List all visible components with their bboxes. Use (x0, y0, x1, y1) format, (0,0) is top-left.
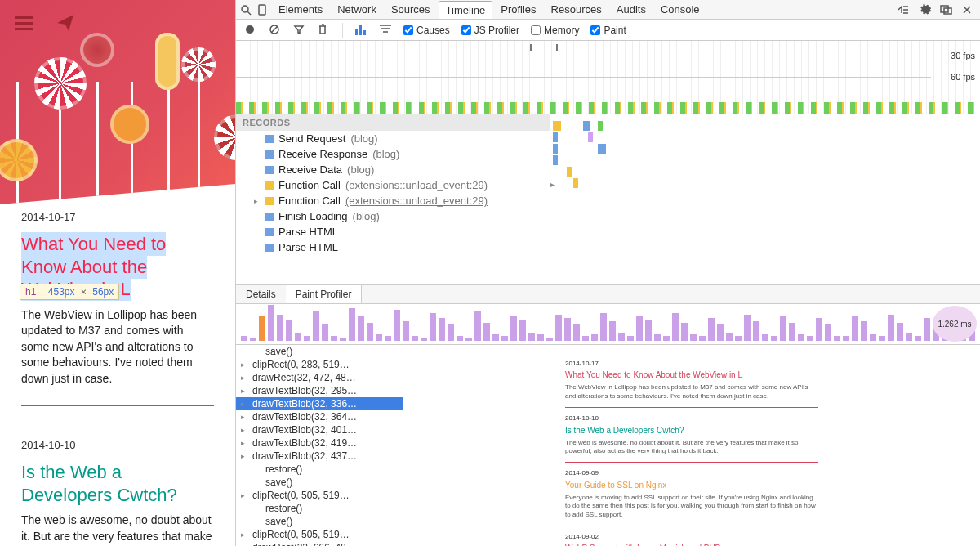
fps-60-label: 60 fps (951, 72, 975, 82)
svg-point-3 (242, 6, 248, 12)
paint-preview: 2014-10-17What You Need to Know About th… (403, 345, 980, 546)
tab-timeline[interactable]: Timeline (439, 1, 493, 19)
post-body: The WebView in Lollipop has been updated… (21, 307, 214, 387)
fps-30-label: 30 fps (951, 51, 975, 60)
tab-network[interactable]: Network (331, 1, 383, 19)
dock-icon[interactable] (939, 3, 952, 16)
svg-rect-18 (363, 30, 366, 35)
paper-plane-icon[interactable] (57, 15, 74, 34)
tab-paint-profiler[interactable]: Paint Profiler (286, 285, 363, 303)
timeline-record[interactable]: Send Request (blog) (236, 131, 550, 146)
devtools-panel: ElementsNetworkSourcesTimelineProfilesRe… (235, 0, 980, 546)
records-header: RECORDS (236, 114, 550, 131)
post-body: The web is awesome, no doubt about it. B… (21, 512, 214, 546)
devtools-tabs: ElementsNetworkSourcesTimelineProfilesRe… (272, 1, 706, 19)
view-flame-icon[interactable] (379, 24, 392, 37)
svg-line-15 (271, 26, 278, 33)
paint-command[interactable]: save() (236, 476, 403, 489)
paint-time-badge: 1.262 ms (933, 306, 977, 342)
post-date: 2014-10-10 (21, 439, 214, 451)
record-icon[interactable] (244, 24, 257, 37)
close-icon[interactable] (960, 3, 973, 16)
paint-command[interactable]: drawRect(32, 472, 48… (236, 371, 403, 384)
paint-command[interactable]: clipRect(0, 505, 519… (236, 528, 403, 541)
device-mode-icon[interactable] (256, 3, 269, 16)
paint-command[interactable]: drawTextBlob(32, 437… (236, 450, 403, 463)
paint-command[interactable]: restore() (236, 502, 403, 515)
post-2: 2014-10-10 Is the Web a Developers Cwtch… (0, 432, 235, 546)
timeline-overview[interactable]: 30 fps 60 fps (236, 41, 980, 114)
checkbox-memory[interactable]: Memory (531, 25, 579, 36)
drawer-icon[interactable] (897, 3, 910, 16)
paint-command[interactable]: drawTextBlob(32, 364… (236, 410, 403, 423)
tab-sources[interactable]: Sources (385, 1, 437, 19)
tab-resources[interactable]: Resources (545, 1, 608, 19)
paint-command[interactable]: drawTextBlob(32, 401… (236, 423, 403, 436)
post-date: 2014-10-17 (21, 211, 214, 223)
details-subtabs: Details Paint Profiler (236, 285, 980, 304)
timeline-record[interactable]: Function Call (extensions::unload_event:… (236, 177, 550, 193)
records-pane: RECORDS Send Request (blog)Receive Respo… (236, 114, 550, 284)
timeline-toolbar: CausesJS ProfilerMemoryPaint (236, 20, 980, 41)
tab-profiles[interactable]: Profiles (494, 1, 542, 19)
timeline-record[interactable]: Receive Response (blog) (236, 146, 550, 162)
timeline-record[interactable]: Parse HTML (236, 224, 550, 239)
view-bars-icon[interactable] (354, 24, 368, 37)
filter-icon[interactable] (293, 24, 306, 37)
post-title[interactable]: Is the Web a Developers Cwtch? (21, 461, 214, 506)
timeline-record[interactable]: Finish Loading (blog) (236, 208, 550, 224)
paint-command[interactable]: drawTextBlob(32, 336… (236, 397, 403, 410)
paint-command[interactable]: drawTextBlob(32, 419… (236, 436, 403, 450)
svg-rect-2 (15, 28, 33, 30)
post-1: 2014-10-17 What You Need to Know About t… (0, 204, 235, 432)
timeline-record[interactable]: Parse HTML (236, 239, 550, 255)
paint-command[interactable]: clipRect(0, 283, 519… (236, 358, 403, 371)
timeline-record[interactable]: ▸Function Call (extensions::unload_event… (236, 193, 550, 208)
timeline-record[interactable]: Receive Data (blog) (236, 162, 550, 177)
tab-console[interactable]: Console (654, 1, 706, 19)
paint-command[interactable]: drawRect(32, 666, 48… (236, 541, 403, 546)
timeline-flame[interactable]: ▸ (550, 114, 980, 284)
paint-command[interactable]: clipRect(0, 505, 519… (236, 489, 403, 502)
paint-command[interactable]: drawTextBlob(32, 295… (236, 384, 403, 397)
element-inspect-tooltip: h1 453px × 56px (20, 284, 119, 300)
tab-audits[interactable]: Audits (610, 1, 653, 19)
hamburger-icon[interactable] (15, 16, 33, 34)
divider (21, 405, 214, 406)
paint-command-list[interactable]: save()clipRect(0, 283, 519…drawRect(32, … (236, 345, 403, 546)
settings-icon[interactable] (918, 3, 931, 16)
paint-command[interactable]: save() (236, 345, 403, 358)
paint-profiler-bars[interactable]: 1.262 ms (236, 304, 980, 345)
hero-banner (0, 0, 235, 204)
checkbox-paint[interactable]: Paint (590, 25, 626, 36)
svg-rect-16 (355, 29, 358, 35)
clear-icon[interactable] (269, 24, 282, 37)
svg-rect-1 (15, 22, 33, 25)
checkbox-js-profiler[interactable]: JS Profiler (461, 25, 519, 36)
svg-line-4 (247, 11, 251, 15)
tab-details[interactable]: Details (236, 285, 286, 303)
blog-page: 2014-10-17 What You Need to Know About t… (0, 0, 235, 546)
svg-rect-0 (15, 16, 33, 19)
checkbox-causes[interactable]: Causes (403, 25, 450, 36)
garbage-icon[interactable] (318, 24, 331, 37)
devtools-tabbar: ElementsNetworkSourcesTimelineProfilesRe… (236, 0, 980, 20)
details-drawer: Details Paint Profiler 1.262 ms save()cl… (236, 284, 980, 546)
paint-command[interactable]: restore() (236, 463, 403, 476)
paint-command[interactable]: save() (236, 515, 403, 528)
svg-point-13 (246, 25, 254, 34)
svg-rect-17 (359, 25, 362, 35)
tab-elements[interactable]: Elements (272, 1, 329, 19)
svg-rect-5 (259, 5, 265, 15)
inspect-icon[interactable] (239, 3, 252, 16)
